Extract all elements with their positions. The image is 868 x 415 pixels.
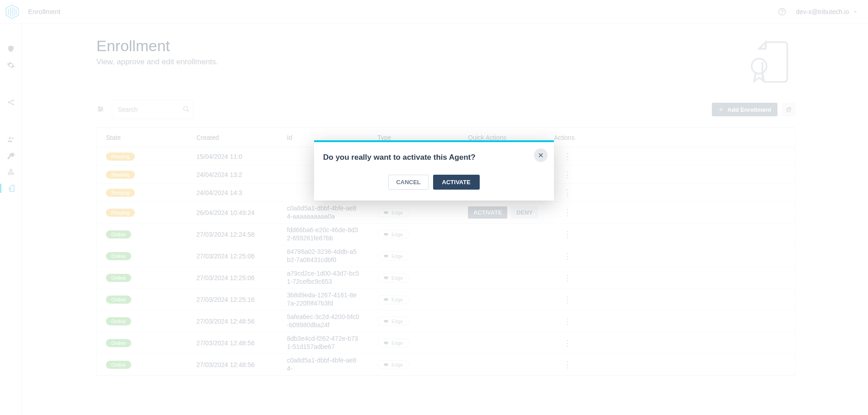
close-icon — [538, 152, 544, 158]
confirm-modal: Do you really want to activate this Agen… — [314, 140, 554, 200]
close-button[interactable] — [534, 148, 548, 162]
activate-button[interactable]: ACTIVATE — [433, 175, 480, 190]
cancel-button[interactable]: CANCEL — [388, 175, 428, 190]
modal-title: Do you really want to activate this Agen… — [314, 142, 554, 169]
modal-overlay: Do you really want to activate this Agen… — [0, 0, 868, 415]
